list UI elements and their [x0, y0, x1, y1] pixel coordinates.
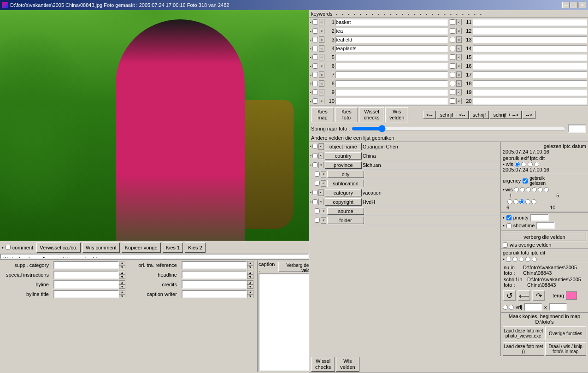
priority-input[interactable]: 100 — [530, 214, 549, 221]
wis-comment-button[interactable]: Wis comment — [82, 243, 120, 253]
kw-nav-16[interactable]: < — [456, 63, 462, 69]
urgency-radio-7[interactable] — [513, 199, 518, 204]
laad-foto-button[interactable]: Laad deze foto met () — [503, 342, 544, 356]
minimize-button[interactable]: — — [562, 2, 570, 8]
showtime-checkbox[interactable] — [506, 223, 512, 228]
kw-check-5[interactable] — [312, 54, 318, 60]
field-check-7[interactable] — [315, 208, 320, 213]
field-nav-0[interactable]: < — [318, 143, 324, 150]
urgency-radio-6[interactable] — [507, 199, 512, 204]
kw-input-11[interactable] — [473, 19, 588, 26]
wissel-checks-button[interactable]: Wissel checks — [359, 107, 384, 122]
schrijf-fwd-button[interactable]: schrijf + --> — [490, 111, 522, 119]
schrijf-terug-button[interactable]: schrijf + <-- — [437, 111, 469, 119]
kw-check-3[interactable] — [312, 37, 318, 42]
urgency-radio-2[interactable] — [526, 187, 531, 192]
spring-input[interactable]: 318 — [568, 124, 586, 133]
field-check-2[interactable] — [312, 162, 318, 167]
field-label-btn-4[interactable]: sublocation — [327, 180, 364, 187]
kw-nav-4[interactable]: < — [319, 45, 324, 52]
kw-nav-13[interactable]: < — [456, 36, 462, 43]
kw-nav-10[interactable]: < — [319, 98, 324, 104]
field-label-btn-5[interactable]: category — [325, 189, 362, 196]
urgency-radio-10[interactable] — [531, 199, 536, 204]
field-label-btn-1[interactable]: country — [325, 152, 362, 160]
kw-check-12[interactable] — [450, 28, 455, 34]
kw-input-17[interactable] — [473, 71, 588, 78]
field-check-6[interactable] — [312, 199, 318, 204]
kw-input-18[interactable] — [473, 80, 588, 87]
kw-check-16[interactable] — [450, 63, 455, 69]
urgency-radio-5[interactable] — [544, 187, 549, 192]
flip-button[interactable]: ⟵ — [517, 290, 530, 301]
width-input[interactable]: 640 — [524, 303, 542, 311]
byline-input[interactable] — [53, 280, 119, 289]
iptc-radio-iptc[interactable] — [528, 162, 533, 167]
kw-nav-7[interactable]: < — [319, 71, 324, 78]
gf-radio-wis[interactable] — [512, 257, 517, 262]
gebruik-foto-checkbox[interactable] — [506, 257, 511, 262]
field-nav-4[interactable]: < — [321, 180, 326, 187]
kies-map-button[interactable]: Kies map — [311, 107, 334, 122]
kw-check-13[interactable] — [450, 37, 455, 42]
comment-checkbox[interactable] — [6, 245, 11, 250]
close-button[interactable]: ✕ — [579, 2, 586, 8]
kw-check-11[interactable] — [450, 19, 455, 25]
kies1-button[interactable]: Kies 1 — [163, 243, 183, 253]
field-nav-5[interactable]: < — [318, 189, 324, 196]
wis-overige-checkbox[interactable] — [503, 243, 508, 248]
ori-tra-input[interactable] — [182, 261, 247, 269]
caption-textarea[interactable]: We had a nice walk around the countrysid… — [0, 254, 309, 259]
kw-nav-17[interactable]: < — [456, 71, 462, 78]
iptc-radio-wis[interactable] — [515, 162, 520, 167]
gf-radio-iptc[interactable] — [519, 257, 524, 262]
credits-input[interactable] — [182, 280, 247, 289]
kw-input-3[interactable] — [335, 36, 448, 43]
headline-input[interactable] — [182, 271, 247, 279]
kw-nav-5[interactable]: < — [319, 54, 324, 60]
suppl-category-down[interactable]: ▼ — [119, 265, 125, 269]
kw-input-1[interactable] — [335, 19, 448, 26]
ori-tra-down[interactable]: ▼ — [247, 265, 253, 269]
gf-radio-dit[interactable] — [525, 257, 530, 262]
field-label-btn-3[interactable]: city — [327, 171, 364, 178]
nav-fwd-button[interactable]: --> — [523, 111, 535, 119]
byline-down[interactable]: ▼ — [119, 284, 125, 289]
kw-check-9[interactable] — [312, 89, 318, 95]
verberg-velden-button[interactable]: verberg die velden — [503, 233, 586, 241]
field-label-btn-2[interactable]: province — [325, 161, 362, 169]
iptc-radio-dit[interactable] — [534, 162, 539, 167]
byline-title-down[interactable]: ▼ — [119, 294, 125, 298]
kw-check-14[interactable] — [450, 46, 455, 51]
field-nav-7[interactable]: < — [321, 208, 326, 214]
kw-input-8[interactable] — [335, 80, 448, 87]
special-instructions-input[interactable] — [53, 271, 119, 279]
kw-check-2[interactable] — [312, 28, 318, 34]
kw-input-20[interactable] — [473, 98, 588, 105]
credits-up[interactable]: ▲ — [247, 280, 253, 284]
kies2-button[interactable]: Kies 2 — [185, 243, 206, 253]
headline-up[interactable]: ▲ — [247, 271, 253, 275]
byline-title-up[interactable]: ▲ — [119, 290, 125, 294]
kw-input-10[interactable] — [335, 98, 448, 105]
urgency-gebruik-gelezen-checkbox[interactable] — [523, 178, 528, 184]
special-instructions-up[interactable]: ▲ — [119, 271, 125, 275]
ori-tra-up[interactable]: ▲ — [247, 261, 253, 265]
kw-check-15[interactable] — [450, 54, 455, 60]
kw-nav-15[interactable]: < — [456, 54, 462, 60]
iptc-radio-exif[interactable] — [521, 162, 526, 167]
credits-down[interactable]: ▼ — [247, 284, 253, 289]
field-check-1[interactable] — [312, 153, 318, 158]
suppl-category-up[interactable]: ▲ — [119, 261, 125, 265]
kw-input-9[interactable] — [335, 89, 448, 96]
height-input[interactable]: 480 — [549, 303, 567, 311]
kw-check-6[interactable] — [312, 63, 318, 69]
nav-back-button[interactable]: <-- — [423, 111, 436, 119]
wissel-checks-bottom-button[interactable]: Wissel checks — [311, 357, 335, 372]
field-label-btn-6[interactable]: copyright — [325, 198, 362, 206]
kw-input-15[interactable] — [473, 54, 588, 61]
kw-nav-8[interactable]: < — [319, 80, 324, 87]
kw-input-12[interactable] — [473, 28, 588, 35]
urgency-radio-4[interactable] — [538, 187, 543, 192]
kw-nav-9[interactable]: < — [319, 89, 324, 95]
